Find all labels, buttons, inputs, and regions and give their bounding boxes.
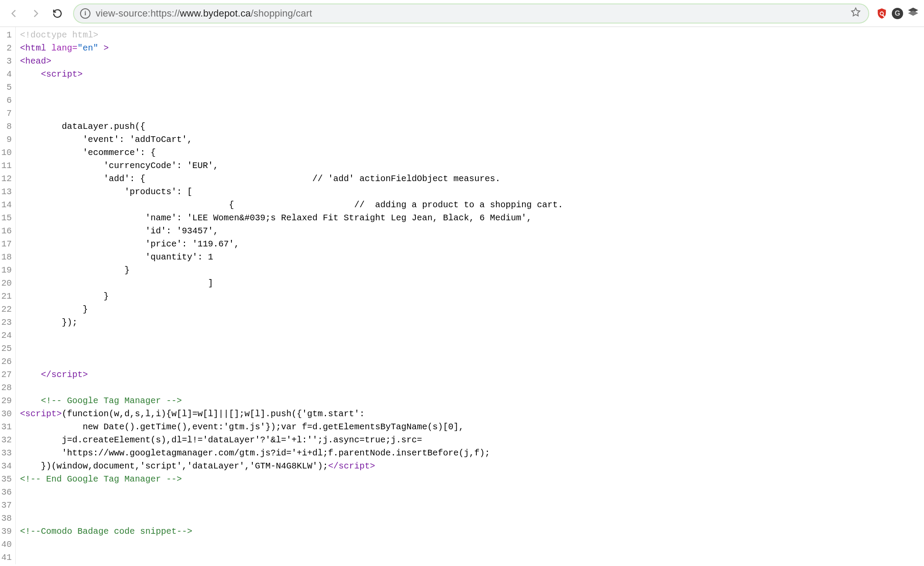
line-number: 25 [0, 342, 13, 355]
source-code[interactable]: <!doctype html><html lang="en" ><head> <… [16, 27, 563, 564]
source-line: 'name': 'LEE Women&#039;s Relaxed Fit St… [20, 212, 563, 225]
line-number: 41 [0, 551, 13, 564]
url-prefix: view-source:https:// [96, 8, 180, 19]
source-line [20, 538, 563, 551]
source-line: <!-- End Google Tag Manager --> [20, 473, 563, 486]
source-line: new Date().getTime(),event:'gtm.js'});va… [20, 421, 563, 434]
line-number: 28 [0, 381, 13, 394]
bookmark-star-icon[interactable] [850, 7, 861, 20]
source-line: } [20, 264, 563, 277]
back-button[interactable] [4, 4, 23, 23]
line-number: 37 [0, 499, 13, 512]
line-number: 40 [0, 538, 13, 551]
source-line: })(window,document,'script','dataLayer',… [20, 460, 563, 473]
line-number: 22 [0, 303, 13, 316]
line-number: 1 [0, 29, 13, 42]
source-line: 'id': '93457', [20, 225, 563, 238]
source-line [20, 499, 563, 512]
line-number: 17 [0, 238, 13, 251]
line-number: 21 [0, 290, 13, 303]
line-number: 31 [0, 421, 13, 434]
source-line: <script> [20, 68, 563, 81]
line-number: 20 [0, 277, 13, 290]
source-line: <!--Comodo Badage code snippet--> [20, 525, 563, 538]
source-line: </script> [20, 368, 563, 381]
line-number: 35 [0, 473, 13, 486]
line-number: 33 [0, 447, 13, 460]
address-bar[interactable]: i view-source:https://www.bydepot.ca/sho… [73, 3, 869, 24]
info-glyph: i [84, 10, 86, 17]
source-line: 'https://www.googletagmanager.com/gtm.js… [20, 447, 563, 460]
line-number: 12 [0, 172, 13, 185]
line-number-gutter: 1234567891011121314151617181920212223242… [0, 27, 16, 564]
source-line: 'add': { // 'add' actionFieldObject meas… [20, 172, 563, 185]
source-line [20, 329, 563, 342]
source-line: 'ecommerce': { [20, 146, 563, 159]
source-line: <!-- Google Tag Manager --> [20, 394, 563, 408]
line-number: 14 [0, 199, 13, 212]
source-line: 'products': [ [20, 185, 563, 199]
source-line: }); [20, 316, 563, 329]
line-number: 2 [0, 42, 13, 55]
source-line: <html lang="en" > [20, 42, 563, 55]
line-number: 38 [0, 512, 13, 525]
line-number: 15 [0, 212, 13, 225]
source-line: dataLayer.push({ [20, 120, 563, 133]
line-number: 36 [0, 486, 13, 499]
line-number: 9 [0, 133, 13, 146]
url-text: view-source:https://www.bydepot.ca/shopp… [96, 8, 845, 19]
line-number: 3 [0, 55, 13, 68]
line-number: 24 [0, 329, 13, 342]
source-line [20, 551, 563, 564]
forward-button[interactable] [26, 4, 45, 23]
line-number: 27 [0, 368, 13, 381]
source-line: 'price': '119.67', [20, 238, 563, 251]
source-line [20, 94, 563, 107]
extension-ghostery-icon[interactable]: G [891, 7, 904, 20]
source-line [20, 486, 563, 499]
site-info-icon[interactable]: i [80, 8, 90, 19]
extension-ublock-icon[interactable] [875, 7, 888, 20]
svg-point-2 [880, 12, 883, 15]
source-line: 'event': 'addToCart', [20, 133, 563, 146]
source-line: <script>(function(w,d,s,l,i){w[l]=w[l]||… [20, 408, 563, 421]
view-source-area: 1234567891011121314151617181920212223242… [0, 27, 924, 564]
line-number: 4 [0, 68, 13, 81]
line-number: 16 [0, 225, 13, 238]
source-line [20, 342, 563, 355]
line-number: 18 [0, 251, 13, 264]
source-line: ] [20, 277, 563, 290]
line-number: 19 [0, 264, 13, 277]
line-number: 34 [0, 460, 13, 473]
source-line [20, 381, 563, 394]
line-number: 11 [0, 159, 13, 172]
line-number: 32 [0, 434, 13, 447]
source-line [20, 512, 563, 525]
reload-button[interactable] [48, 4, 67, 23]
source-line: 'quantity': 1 [20, 251, 563, 264]
url-path: /shopping/cart [251, 8, 312, 19]
line-number: 26 [0, 355, 13, 368]
line-number: 8 [0, 120, 13, 133]
line-number: 39 [0, 525, 13, 538]
source-line [20, 355, 563, 368]
source-line: <head> [20, 55, 563, 68]
browser-toolbar: i view-source:https://www.bydepot.ca/sho… [0, 0, 924, 27]
line-number: 29 [0, 394, 13, 408]
line-number: 10 [0, 146, 13, 159]
source-line: { // adding a product to a shopping cart… [20, 199, 563, 212]
line-number: 13 [0, 185, 13, 199]
source-line: 'currencyCode': 'EUR', [20, 159, 563, 172]
source-line [20, 81, 563, 94]
url-host: www.bydepot.ca [180, 8, 251, 19]
source-line [20, 107, 563, 120]
source-line: } [20, 303, 563, 316]
extension-layers-icon[interactable] [907, 7, 920, 20]
line-number: 7 [0, 107, 13, 120]
line-number: 30 [0, 408, 13, 421]
line-number: 23 [0, 316, 13, 329]
source-line: j=d.createElement(s),dl=l!='dataLayer'?'… [20, 434, 563, 447]
line-number: 6 [0, 94, 13, 107]
source-line: } [20, 290, 563, 303]
ghost-glyph: G [895, 10, 900, 17]
